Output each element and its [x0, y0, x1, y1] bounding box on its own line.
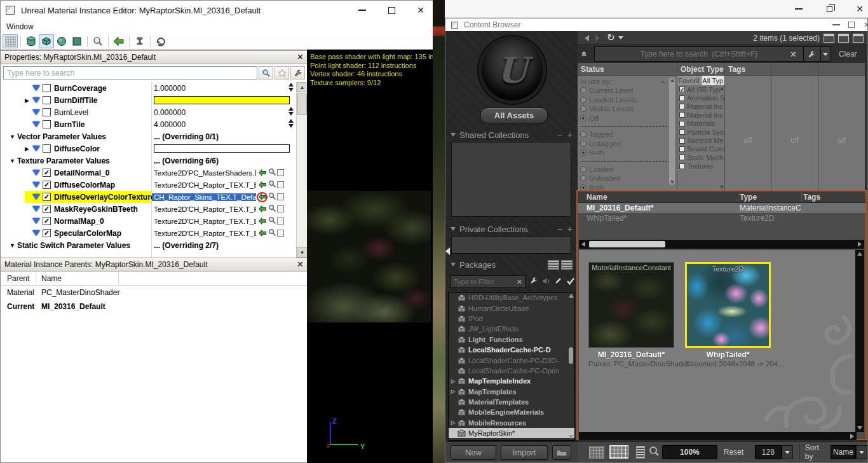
scroll-thumb[interactable] [569, 347, 573, 364]
collapse-triangle-icon[interactable] [451, 227, 456, 231]
package-tree-item[interactable]: ▷ JW_LightEffects [449, 324, 574, 334]
property-row[interactable]: ▶ ▼ Texture Parameter Values ... (Overri… [1, 155, 296, 167]
property-value[interactable]: ... (Overriding 0/1) [152, 132, 219, 141]
find-in-content-browser-icon[interactable] [268, 180, 276, 190]
clear-texture-icon[interactable] [277, 193, 284, 200]
value-spinner[interactable] [288, 119, 294, 128]
tagged-radio[interactable]: Tagged [578, 130, 677, 139]
override-checkbox[interactable] [43, 108, 51, 116]
remove-collection-icon[interactable]: − [557, 132, 562, 138]
property-row[interactable]: ▶ ▼ BurnLevel 0.000000 [1, 106, 296, 118]
thumbnail-image[interactable]: Texture2D [685, 262, 771, 348]
object-type-checkbox-row[interactable]: Materials [677, 120, 724, 128]
scroll-thumb[interactable] [297, 93, 307, 115]
clear-filters-button[interactable]: Clear [839, 50, 857, 59]
asset-search-input[interactable] [594, 46, 804, 62]
list-view-icon[interactable] [636, 446, 645, 459]
tree-expand-icon[interactable]: ▷ [451, 378, 458, 384]
status-scrollbar[interactable] [669, 78, 675, 185]
properties-close-icon[interactable]: ✕ [297, 52, 304, 62]
expander-icon[interactable]: ▶ [25, 97, 32, 104]
radio-icon[interactable] [580, 184, 587, 190]
property-value-cell[interactable]: 0.000000 [152, 106, 296, 118]
property-value[interactable]: ... (Overriding 2/7) [152, 241, 219, 250]
property-value[interactable]: Texture2D'CH_Raptor_TEX.T_Base_ [152, 230, 256, 237]
large-thumbnails-view-icon[interactable] [609, 445, 629, 459]
object-type-checkbox-row[interactable]: Skeletal Me [677, 136, 724, 144]
object-type-checkbox-row[interactable]: Material Ins [677, 102, 724, 111]
property-row[interactable]: ▶ ▼ Static Switch Parameter Values ... (… [1, 239, 296, 251]
refresh-dropdown-icon[interactable] [618, 36, 623, 39]
private-collections-header[interactable]: Private Collections − + [451, 223, 573, 235]
property-value-cell[interactable]: 4.000000 [152, 118, 296, 130]
property-row[interactable]: ▶ ▼ MaskReyeGskinBTeeth Texture2D'CH_Rap… [1, 203, 296, 215]
collapse-sidebar-handle[interactable] [445, 246, 451, 256]
category-collapse-icon[interactable]: ▼ [10, 134, 15, 140]
package-checkmark-icon[interactable] [566, 276, 575, 287]
override-checkbox[interactable] [43, 217, 51, 225]
realtime-preview-icon[interactable] [90, 34, 105, 48]
package-tree-item[interactable]: ▷ MapTemplateIndex [449, 376, 574, 386]
scroll-left-icon[interactable] [581, 242, 585, 247]
property-label-cell[interactable]: ▶ ▼ NormalMap_0 [25, 215, 151, 227]
find-in-content-browser-icon[interactable] [268, 216, 276, 226]
parents-col-parent[interactable]: Parent [1, 274, 34, 283]
status-radio[interactable]: Off [578, 114, 677, 123]
property-row[interactable]: ▶ ▼ DiffuseOverlayColorTexture CH_Raptor… [1, 191, 296, 203]
import-button[interactable]: Import [501, 445, 548, 460]
collapse-column-icon[interactable] [660, 80, 665, 83]
shared-collections-list[interactable] [451, 142, 571, 217]
find-in-content-browser-icon[interactable] [268, 204, 276, 214]
tags-column-header[interactable]: Tags [725, 63, 771, 76]
package-tree-scrollbar[interactable] [567, 293, 574, 440]
tagged-radio[interactable]: Both [578, 148, 677, 158]
use-selected-asset-icon[interactable] [257, 216, 268, 226]
object-type-checkbox-row[interactable]: Static Mesh [677, 153, 724, 162]
clear-texture-icon[interactable] [277, 230, 284, 237]
property-value[interactable]: 4.000000 [152, 120, 186, 129]
property-label-cell[interactable]: ▶ ▼ Vector Parameter Values [10, 130, 151, 142]
shared-collections-header[interactable]: Shared Collections − + [451, 129, 573, 141]
scroll-up-icon[interactable] [569, 294, 574, 298]
clear-texture-icon[interactable] [277, 181, 284, 188]
radio-icon[interactable] [580, 115, 587, 121]
property-value-cell[interactable]: Texture2D'PC_MasterShaders.Detail [152, 167, 296, 179]
package-tree-item[interactable]: ▷ HRD-UtilityBase_Archetypes [449, 293, 574, 303]
add-collection-icon[interactable]: + [567, 132, 573, 138]
property-row[interactable]: ▶ ▼ DiffuseColorMap Texture2D'CH_Raptor_… [1, 179, 296, 191]
package-tree-item[interactable]: ▷ MapTemplates [449, 387, 574, 397]
checkbox-icon[interactable] [679, 138, 685, 144]
me-maximize-button[interactable] [381, 3, 402, 17]
clone-browser-icon[interactable] [824, 34, 834, 43]
checkbox-icon[interactable] [679, 86, 685, 92]
property-value[interactable]: Texture2D'PC_MasterShaders.Detail [152, 169, 256, 177]
checkbox-icon[interactable] [679, 155, 685, 160]
checkbox-icon[interactable] [679, 146, 685, 152]
scroll-up-icon[interactable]: ▲ [297, 82, 308, 92]
filter-column-5-header[interactable] [818, 63, 865, 76]
open-folder-button[interactable] [552, 445, 571, 460]
property-row[interactable]: ▶ ▼ BurnCoverage 1.000000 [1, 82, 296, 94]
thumbnail-size-value[interactable]: 128 [755, 445, 782, 459]
asset-thumbnail[interactable]: MaterialInstanceConstant MI_20316_Defaul… [588, 262, 674, 368]
tree-expand-icon[interactable]: ▷ [451, 389, 458, 394]
zoom-level-slider[interactable]: 100% [662, 445, 717, 459]
property-value[interactable]: Texture2D'CH_Raptor_TEX.T_Base_ [152, 181, 256, 189]
property-row[interactable]: ▶ ▼ DiffuseColor [1, 142, 296, 155]
dock-panel-icon[interactable] [853, 34, 864, 43]
radio-icon[interactable] [580, 166, 587, 172]
property-value-cell[interactable]: CH_Raptor_Skins_TEX.T_Default_D [152, 191, 296, 203]
package-options-wrench-icon[interactable] [529, 276, 538, 287]
package-tree-item[interactable]: ▷ LocalShaderCache-PC-Open [449, 366, 574, 376]
value-spinner[interactable] [288, 83, 294, 92]
object-type-checkbox-row[interactable]: Sound Cues [677, 145, 724, 153]
filter-column-4-header[interactable] [771, 63, 818, 76]
nav-back-icon[interactable] [585, 35, 589, 41]
category-collapse-icon[interactable]: ▼ [10, 158, 15, 164]
use-selected-asset-icon[interactable] [257, 228, 268, 238]
sphere-preview-icon[interactable] [54, 34, 69, 48]
package-audio-icon[interactable] [542, 276, 550, 287]
package-tree-item[interactable]: ▷ MyRaptorSkin* [449, 428, 574, 438]
menu-window[interactable]: Window [6, 22, 34, 31]
package-tree-item[interactable]: ▷ LocalShaderCache-PC-D3D- [449, 355, 574, 365]
